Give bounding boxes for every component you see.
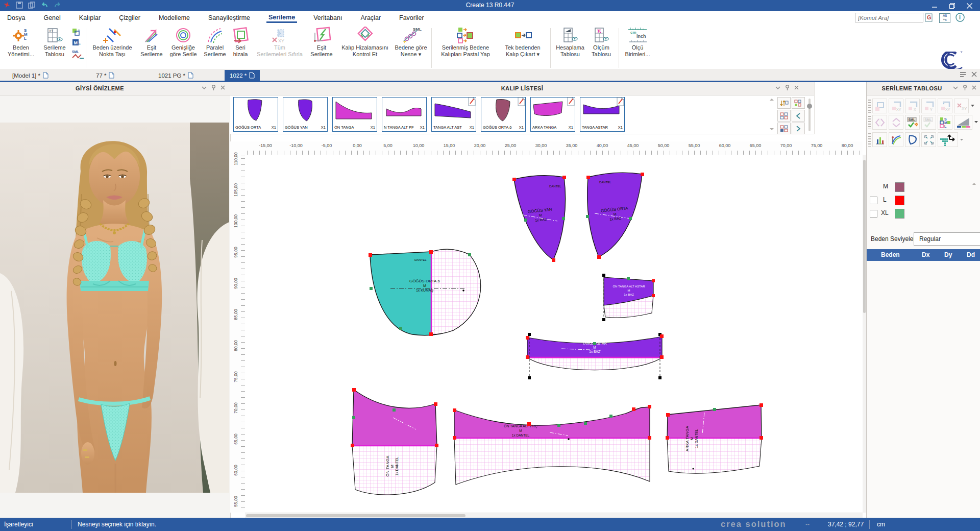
- info-icon[interactable]: i: [955, 13, 965, 24]
- pattern-thumb-gogus-yan[interactable]: GÖĞÜS YANX1: [283, 97, 328, 132]
- pattern-canvas[interactable]: DANTEL GÖĞÜS YAN M 1x BAZ DANTEL GÖĞÜS O…: [245, 155, 863, 513]
- close-icon[interactable]: [972, 85, 976, 90]
- page-next-button[interactable]: [792, 123, 805, 134]
- pattern-thumb-on-tanga[interactable]: ÖN TANGAX1: [332, 97, 377, 132]
- menu-serileme[interactable]: Serileme: [266, 13, 297, 23]
- pattern-thumb-gogus-orta[interactable]: GÖĞÜS ORTAX1: [233, 97, 278, 132]
- size-color-swatch[interactable]: [895, 209, 904, 219]
- clear-grading-xy-button[interactable]: XY: [954, 99, 969, 113]
- size-set-button[interactable]: SML: [938, 115, 952, 130]
- thumb-scroll-down-icon[interactable]: [769, 127, 774, 131]
- close-icon[interactable]: [220, 85, 225, 90]
- piece-outline-button[interactable]: [905, 132, 920, 147]
- grade-triangle-button[interactable]: [954, 115, 972, 130]
- ribbon-seri-hizala-button[interactable]: Serihizala: [230, 26, 251, 65]
- pattern-thumb-arka-tanga[interactable]: ARKA TANGAX1: [530, 97, 575, 132]
- chevron-down-icon[interactable]: [775, 86, 780, 90]
- ribbon-nokta-tasi-button[interactable]: Beden üzerindeNokta Taşı: [88, 26, 137, 65]
- unit-indicator[interactable]: cm: [877, 521, 885, 528]
- menu-genel[interactable]: Genel: [41, 13, 62, 22]
- pattern-thumb-on-tanga-alt-pf[interactable]: N TANGA ALT PFX1: [382, 97, 427, 132]
- fit-view-button[interactable]: [921, 132, 936, 147]
- pin-icon[interactable]: [211, 85, 216, 90]
- hscroll-thumb[interactable]: [246, 514, 465, 517]
- menu-cizgiler[interactable]: Çizgiler: [117, 13, 142, 22]
- ribbon-tek-bedenden-button[interactable]: Tek bedendenKalıp Çıkart ▾: [498, 26, 547, 65]
- piece-gogus-orta6[interactable]: DANTEL GÖĞÜS ORTA.6 M 1x KUMAŞ: [369, 249, 481, 336]
- size-color-swatch[interactable]: [895, 196, 904, 205]
- mirror-grading-h-button[interactable]: [872, 115, 887, 130]
- menu-sanayilestirme[interactable]: Sanayileştirme: [206, 13, 252, 22]
- apply-sml-rule-button[interactable]: SML: [905, 115, 920, 130]
- tab-77[interactable]: 77 *: [91, 70, 119, 81]
- row-expand-icon[interactable]: [970, 104, 975, 108]
- size-row-l[interactable]: L: [867, 194, 980, 207]
- tab-close-icon[interactable]: [971, 71, 977, 77]
- row-expand-icon[interactable]: [960, 138, 964, 141]
- sml-zigzag-icon[interactable]: SML: [71, 50, 84, 61]
- ribbon-beden-yonetimi-button[interactable]: SML BedenYönetimi...: [4, 26, 38, 65]
- pieces-group-b-button[interactable]: [777, 123, 791, 134]
- pin-icon[interactable]: [785, 85, 790, 90]
- chevron-down-icon[interactable]: [953, 86, 958, 90]
- tab-model-1[interactable]: [Model 1] *: [7, 70, 54, 81]
- guide-icon[interactable]: G: [925, 13, 933, 24]
- minimize-button[interactable]: [926, 0, 943, 11]
- table-scroll-up-icon[interactable]: [972, 182, 976, 186]
- sort-pieces-button[interactable]: [777, 97, 791, 109]
- piece-on-tanga[interactable]: ÖN TANGA M 1x DANTEL: [351, 388, 438, 495]
- piece-gogus-yan[interactable]: DANTEL GÖĞÜS YAN M 1x BAZ: [512, 176, 566, 262]
- ribbon-genislige-serile-button[interactable]: Genişliğegöre Serile: [166, 26, 200, 65]
- pattern-thumb-tanga-alt-ast[interactable]: TANGA ALT ASTX1: [431, 97, 476, 132]
- ribbon-pastal-yap-button[interactable]: Serilenmiş BedeneKalıpları Pastal Yap: [435, 26, 496, 65]
- pieces-group-a-button[interactable]: [777, 110, 791, 122]
- slider-thumb[interactable]: [807, 104, 812, 109]
- menu-veritabani[interactable]: Veritabanı: [311, 13, 344, 22]
- ribbon-tum-sifirla-button[interactable]: XY TümSerilemeleri Sıfırla: [252, 26, 307, 65]
- thumb-scroll-up-icon[interactable]: [769, 98, 774, 102]
- copy-grading-button[interactable]: [872, 99, 887, 113]
- col-dy[interactable]: Dy: [944, 251, 952, 258]
- piece-on-tanga-alt-astar[interactable]: ÖN TANGA ALT ASTAR M 1x BAZ: [602, 274, 655, 321]
- size-color-swatch[interactable]: [895, 182, 904, 192]
- thumb-zoom-slider[interactable]: [808, 99, 811, 131]
- paste-grading-x-button[interactable]: X: [905, 99, 920, 113]
- chevron-down-icon[interactable]: [202, 86, 207, 90]
- row-expand-icon[interactable]: [974, 120, 978, 124]
- copy-grading-icon[interactable]: ≈: [71, 27, 84, 38]
- ribbon-olcum-tablosu-button[interactable]: π ÖlçümTablosu: [587, 26, 616, 65]
- col-dd[interactable]: Dd: [967, 251, 975, 258]
- size-row-xl[interactable]: XL: [867, 207, 980, 220]
- close-button[interactable]: [961, 0, 978, 11]
- menu-modelleme[interactable]: Modelleme: [157, 13, 192, 22]
- grading-chart-button[interactable]: [872, 132, 887, 147]
- tab-list-icon[interactable]: [960, 71, 966, 78]
- ribbon-esit-serileme-button[interactable]: EşitSerileme: [137, 26, 166, 65]
- vscroll-thumb[interactable]: [863, 160, 866, 313]
- size-m-icon[interactable]: M≈: [71, 38, 84, 50]
- paste-grading-y-button[interactable]: Y: [921, 99, 936, 113]
- canvas-vscrollbar[interactable]: [863, 155, 866, 513]
- piece-arka-tanga[interactable]: ARKA TANGA M 1x DANTEL: [666, 403, 763, 473]
- apply-sml-rule2-button[interactable]: SML: [921, 115, 936, 130]
- col-dx[interactable]: Dx: [922, 251, 929, 258]
- pattern-thumb-gogus-orta6[interactable]: GÖĞÜS ORTA.6X1: [481, 97, 526, 132]
- piece-on-tanga-alt-prc[interactable]: ÖN TANGA ALT PRÇ M 1x DANTEL: [453, 405, 651, 485]
- size-checkbox[interactable]: [870, 210, 877, 218]
- ribbon-serileme-tablosu-button[interactable]: XY SerilemeTablosu: [39, 26, 70, 65]
- size-levels-select[interactable]: Regular: [914, 232, 980, 246]
- ribbon-paralel-serileme-button[interactable]: ParalelSerileme: [200, 26, 230, 65]
- ribbon-olcu-birimleri-button[interactable]: cminch ÖlçüBirimleri...: [622, 26, 653, 65]
- piece-gogus-orta[interactable]: DANTEL GÖĞÜS ORTA M 1x BAZ: [586, 173, 644, 259]
- move-table-button[interactable]: [938, 132, 958, 147]
- command-search-input[interactable]: [855, 13, 923, 22]
- menu-araclar[interactable]: Araçlar: [358, 13, 383, 22]
- paste-grading-xy-button[interactable]: XY: [889, 99, 903, 113]
- ribbon-kalip-hizalamasini-button[interactable]: Kalıp HizalamasınıKontrol Et: [337, 26, 393, 65]
- close-icon[interactable]: [794, 85, 799, 90]
- grading-curve-button[interactable]: [889, 132, 903, 147]
- piece-tanga-astar[interactable]: TANGA ASTAR M 1x BAZ: [526, 333, 664, 379]
- tab-1022-active[interactable]: 1022 *: [225, 70, 260, 81]
- pin-icon[interactable]: [963, 85, 967, 90]
- size-row-m[interactable]: M: [867, 180, 980, 194]
